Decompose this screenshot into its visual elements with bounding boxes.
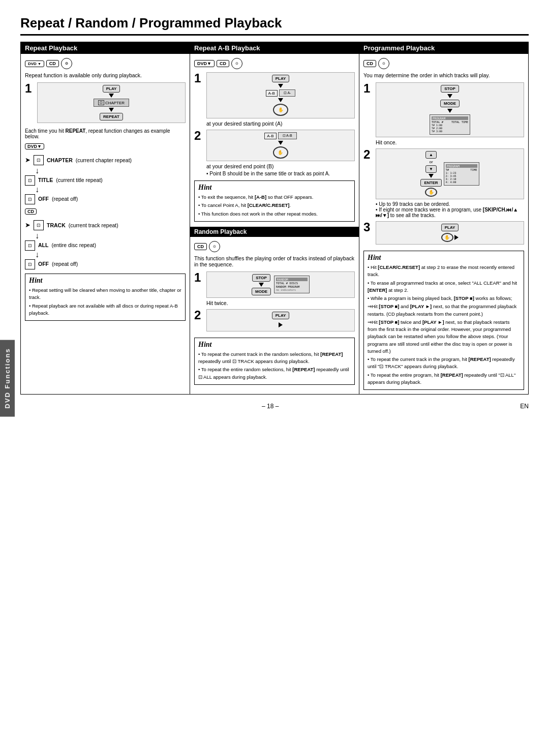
prog-step2-illus: ▲ or ▼ ENTER ✋ PROGRAM [376,148,524,199]
dvdv-icon: DVD▼ [25,61,44,67]
prog-disc-icon: ⊙ [378,58,389,69]
random-step1: 1 STOP MODE [194,271,355,306]
repeat-step1-illus: PLAY ⊡ CHAPTER REPEAT [37,82,186,123]
arrow-down-icon2 [109,108,114,112]
ab-step1-illus: PLAY A-B ⊡ A- ✋ [206,72,355,118]
ab-point-b-note: • Point B should be in the same title or… [206,171,355,176]
prog-step1-illus: STOP MODE PROGRAM TOTAL #TOTAL TIME T# [376,82,524,137]
repeat-playback-col: Repeat Playback DVD▼ CD ⊙ Repeat functio… [21,42,190,394]
repeat-intro: Repeat function is available only during… [25,72,186,78]
prog-hint-text: • Hit [CLEAR/C.RESET] at step 2 to erase… [368,264,520,386]
prog-step1: 1 STOP MODE PROGRAM T [363,82,524,145]
repeat-chain-cd: ➤ ⊡ TRACK (current track repeat) ↓ ⊡ ALL… [25,219,186,269]
ab-step1: 1 PLAY A-B ⊡ A- ✋ [194,72,355,127]
ab-step2-illus: A-B ⊡ A-B ✋ [206,130,355,161]
repeat-icons-row: DVD▼ CD ⊙ [25,58,186,69]
ab-dvdv-icon: DVD▼ [194,60,215,67]
random-step1-caption: Hit twice. [206,300,355,306]
ab-step1-caption: at your desired starting point (A) [206,120,355,127]
prog-intro: You may determine the order in which tra… [363,72,524,78]
repeat-ab-col: Repeat A-B Playback DVD▼ CD ⊙ 1 PLAY [190,42,359,394]
repeat-step1-caption: Each time you hit REPEAT, repeat functio… [25,128,186,139]
page-en: EN [520,403,529,410]
dvdv-section: DVD▼ [25,143,186,149]
main-content: Repeat / Random / Programmed Playback Re… [20,15,529,410]
programmed-header: Programmed Playback [359,42,528,54]
repeat-step1: 1 PLAY ⊡ CHAPTER REPEAT [25,82,186,125]
hand-icon: ✋ [273,104,288,116]
repeat-hint-text: • Repeat setting will be cleared when mo… [29,287,181,317]
prog-screen1: PROGRAM TOTAL #TOTAL TIME T# 1:00 T# 2:0… [430,114,470,135]
prog-step1-caption: Hit once. [376,139,524,145]
repeat-ab-header: Repeat A-B Playback [190,42,359,54]
random-intro: This function shuffles the playing order… [194,255,355,267]
prog-screen2: PROGRAM T#TIME 1: 1:23 2: 3:45 3: 2:10 4… [444,162,479,186]
programmed-col: Programmed Playback CD ⊙ You may determi… [359,42,528,394]
ab-step2-caption: at your desired end point (B) [206,163,355,169]
random-hint-text: • To repeat the current track in the ran… [198,351,351,381]
page-title: Repeat / Random / Programmed Playback [20,15,529,36]
page-footer: – 18 – EN [20,403,529,410]
prog-icons-row: CD ⊙ [363,58,524,69]
prog-step2-notes: • Up to 99 tracks can be ordered. • If e… [376,201,524,218]
prog-hint-title: Hint [368,254,520,262]
sidebar-tab: DVD Functions [0,340,15,416]
prog-step2: 2 ▲ or ▼ ENTER ✋ [363,148,524,218]
ab-hint-text: • To exit the sequence, hit [A-B] so tha… [198,194,351,218]
random-cd-icon: CD [194,243,207,250]
random-disc-icon: ⊙ [209,241,220,252]
random-step2-illus: PLAY [206,309,355,331]
ab-hint-box: Hint • To exit the sequence, hit [A-B] s… [194,180,355,222]
repeat-playback-header: Repeat Playback [21,42,190,54]
ab-step2: 2 A-B ⊡ A-B ✋ at y [194,130,355,176]
random-hint-box: Hint • To repeat the current track in th… [194,338,355,385]
page-number: – 18 – [262,403,279,410]
ab-disc-icon: ⊙ [231,58,242,69]
repeat-hint-title: Hint [29,277,181,285]
repeat-hint-box: Hint • Repeat setting will be cleared wh… [25,274,186,321]
prog-step3-illus: PLAY ✋ [376,221,524,245]
random-step1-illus: STOP MODE RANDOM TOTAL # DISCS RANDOM PR… [206,271,355,298]
page-wrapper: Repeat / Random / Programmed Playback Re… [20,15,529,410]
prog-hint-box: Hint • Hit [CLEAR/C.RESET] at step 2 to … [363,251,524,390]
prog-cd-icon: CD [363,60,376,67]
ab-cd-icon: CD [217,60,229,67]
columns-container: Repeat Playback DVD▼ CD ⊙ Repeat functio… [20,42,529,395]
prog-step3: 3 PLAY ✋ [363,221,524,247]
cd-icon: CD [46,60,59,67]
random-step2: 2 PLAY [194,309,355,334]
random-hint-title: Hint [198,341,351,349]
repeat-chain-dvd: ➤ ⊡ CHAPTER (current chapter repeat) ↓ ⊡… [25,154,186,204]
disc-icon: ⊙ [61,58,72,69]
ab-hint-title: Hint [198,184,351,192]
ab-icons-row: DVD▼ CD ⊙ [194,58,355,69]
random-header: Random Playback [190,227,359,237]
random-screen: RANDOM TOTAL # DISCS RANDOM PROGRAM no i… [274,276,310,293]
cd-section: CD [25,208,186,215]
arrow-down-icon [109,94,114,98]
random-icons-row: CD ⊙ [194,241,355,252]
